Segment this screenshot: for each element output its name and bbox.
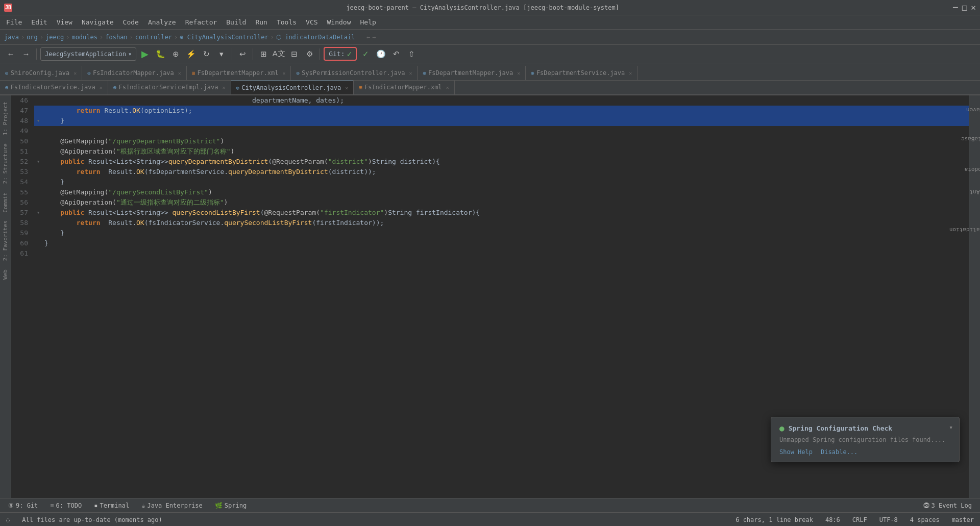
bookmark-button[interactable]: ⊞ xyxy=(257,47,270,61)
nav-class[interactable]: ⊕ CityAnalysisController xyxy=(180,34,268,41)
line-fold[interactable] xyxy=(34,197,42,208)
bottom-spring[interactable]: 🌿 Spring xyxy=(211,501,251,510)
tab-close[interactable]: ✕ xyxy=(409,70,412,76)
git-clock-button[interactable]: 🕐 xyxy=(374,47,387,61)
tab-close[interactable]: ✕ xyxy=(517,70,520,76)
run-button[interactable]: ▶ xyxy=(138,47,152,61)
bottom-terminal[interactable]: ▪ Terminal xyxy=(90,501,133,510)
panel-maven[interactable]: Maven xyxy=(964,106,980,114)
tab-fsdepartmentservice[interactable]: ⊕ FsDepartmentService.java ✕ xyxy=(526,66,638,80)
status-crlf[interactable]: CRLF xyxy=(850,515,869,524)
line-fold[interactable] xyxy=(34,136,42,146)
close-button[interactable]: ✕ xyxy=(971,3,976,12)
settings-button[interactable]: ⚙ xyxy=(303,47,316,61)
menu-refactor[interactable]: Refactor xyxy=(181,17,222,28)
nav-jeecg[interactable]: jeecg xyxy=(45,34,64,41)
nav-foshan[interactable]: foshan xyxy=(105,34,127,41)
menu-build[interactable]: Build xyxy=(222,17,250,28)
tab-close[interactable]: ✕ xyxy=(446,85,449,90)
menu-code[interactable]: Code xyxy=(119,17,143,28)
line-fold[interactable] xyxy=(34,177,42,187)
bottom-java-enterprise[interactable]: ☕ Java Enterprise xyxy=(137,501,207,510)
bottom-git[interactable]: ⑨ 9: Git xyxy=(4,501,42,510)
nav-org[interactable]: org xyxy=(27,34,38,41)
tab-close[interactable]: ✕ xyxy=(345,85,348,91)
menu-tools[interactable]: Tools xyxy=(273,17,301,28)
maximize-button[interactable]: □ xyxy=(962,3,967,12)
line-fold[interactable] xyxy=(34,248,42,259)
tab-close[interactable]: ✕ xyxy=(223,85,226,90)
status-indent[interactable]: 4 spaces xyxy=(908,515,942,524)
line-fold[interactable] xyxy=(34,218,42,228)
menu-navigate[interactable]: Navigate xyxy=(78,17,118,28)
menu-window[interactable]: Window xyxy=(323,17,355,28)
line-fold[interactable] xyxy=(34,126,42,136)
title-controls[interactable]: ─ □ ✕ xyxy=(953,3,976,12)
line-fold[interactable]: ▾ xyxy=(34,116,42,126)
tab-fsdepartmentmapper-xml[interactable]: ⊞ FsDepartmentMapper.xml ✕ xyxy=(187,66,291,80)
panel-database[interactable]: DataBase xyxy=(959,135,980,143)
menu-analyze[interactable]: Analyze xyxy=(144,17,180,28)
tab-fsdepartmentmapper[interactable]: ⊕ FsDepartmentMapper.java ✕ xyxy=(418,66,526,80)
line-fold[interactable]: ▾ xyxy=(34,208,42,218)
panel-bean[interactable]: Bean Validation xyxy=(947,226,980,234)
status-chars[interactable]: 6 chars, 1 line break xyxy=(733,515,815,524)
tab-shiroconfig[interactable]: ⊕ ShiroConfig.java ✕ xyxy=(0,66,82,80)
bottom-todo[interactable]: ≡ 6: TODO xyxy=(46,501,86,510)
tab-cityanalysiscontroller[interactable]: ⊕ CityAnalysisController.java ✕ xyxy=(231,81,354,94)
line-fold[interactable] xyxy=(34,95,42,106)
toolbar-forward[interactable]: → xyxy=(19,47,33,61)
more-run[interactable]: ▾ xyxy=(215,47,228,61)
translate-button[interactable]: A文 xyxy=(272,47,285,61)
line-fold[interactable]: ▾ xyxy=(34,157,42,167)
nav-controller[interactable]: controller xyxy=(135,34,172,41)
refresh-button[interactable]: ↻ xyxy=(200,47,213,61)
line-fold[interactable] xyxy=(34,146,42,157)
tab-close[interactable]: ✕ xyxy=(178,70,181,76)
git-button[interactable]: Git: ✓ xyxy=(324,47,357,61)
line-fold[interactable] xyxy=(34,228,42,238)
nav-method[interactable]: ⬡ indicatorDataDetail xyxy=(276,34,355,41)
sidebar-commit[interactable]: Commit xyxy=(1,190,10,215)
menu-vcs[interactable]: VCS xyxy=(302,17,322,28)
tab-close[interactable]: ✕ xyxy=(100,85,103,90)
debug-button[interactable]: 🐛 xyxy=(154,47,167,61)
menu-edit[interactable]: Edit xyxy=(27,17,51,28)
nav-forward[interactable]: → xyxy=(372,34,376,41)
coverage-button[interactable]: ⊕ xyxy=(169,47,182,61)
sidebar-project[interactable]: 1: Project xyxy=(1,99,10,137)
git-undo-button[interactable]: ↶ xyxy=(389,47,403,61)
tab-syspermission[interactable]: ⊕ SysPermissionController.java ✕ xyxy=(291,66,418,80)
show-help-link[interactable]: Show Help xyxy=(779,448,813,456)
run-config-dropdown[interactable]: JeecgSystemApplication ▾ xyxy=(40,47,136,61)
status-position[interactable]: 48:6 xyxy=(823,515,842,524)
menu-file[interactable]: File xyxy=(2,17,26,28)
panel-codota[interactable]: Codota xyxy=(963,165,980,174)
nav-java[interactable]: java xyxy=(4,34,19,41)
sidebar-favorites[interactable]: 2: Favorites xyxy=(1,218,10,263)
line-fold[interactable] xyxy=(34,238,42,248)
menu-view[interactable]: View xyxy=(53,17,77,28)
git-push-button[interactable]: ⇧ xyxy=(405,47,418,61)
minimize-button[interactable]: ─ xyxy=(953,3,958,12)
notification-expand[interactable]: ▾ xyxy=(949,423,953,431)
panel-ant[interactable]: Ant xyxy=(968,188,980,196)
tab-close[interactable]: ✕ xyxy=(74,70,77,76)
sidebar-structure[interactable]: 2: Structure xyxy=(1,141,10,186)
git-ok-button[interactable]: ✓ xyxy=(359,47,372,61)
tab-fsindicatorservice[interactable]: ⊕ FsIndicatorService.java ✕ xyxy=(0,81,108,94)
profile-button[interactable]: ⚡ xyxy=(184,47,198,61)
bottom-event-log[interactable]: ⓷ 3 Event Log xyxy=(919,501,976,510)
disable-link[interactable]: Disable... xyxy=(821,448,857,456)
line-fold[interactable] xyxy=(34,167,42,177)
menu-run[interactable]: Run xyxy=(251,17,271,28)
toolbar-back[interactable]: ← xyxy=(4,47,17,61)
menu-help[interactable]: Help xyxy=(356,17,380,28)
tab-fsindicatormapper-xml[interactable]: ⊞ FsIndicatorMapper.xml ✕ xyxy=(354,81,454,94)
line-fold[interactable] xyxy=(34,106,42,116)
tab-close[interactable]: ✕ xyxy=(629,70,632,76)
tab-fsindicatormapper[interactable]: ⊕ FsIndicatorMapper.java ✕ xyxy=(82,66,187,80)
sidebar-web[interactable]: Web xyxy=(1,267,10,282)
undo-button[interactable]: ↩ xyxy=(236,47,249,61)
status-git-branch[interactable]: master xyxy=(950,515,976,524)
